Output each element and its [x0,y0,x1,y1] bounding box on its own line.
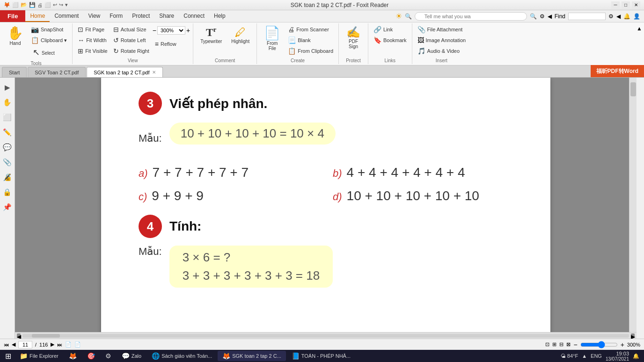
pin-tool-button[interactable]: 📌 [1,201,14,213]
select-tool-button[interactable]: ⬜ [1,111,14,123]
zoom-out-bar-btn[interactable]: − [573,341,577,348]
bookmark-button[interactable]: 🔖 Bookmark [371,35,409,45]
comment-tool-button[interactable]: 💬 [1,141,14,153]
quick-access-print[interactable]: 🖨 [37,2,43,8]
search-bar-expand[interactable]: ◀ [548,13,552,20]
tab-start[interactable]: Start [2,67,27,77]
start-button[interactable]: ⊞ [2,351,14,361]
nav-arrow-button[interactable]: ▶ [1,81,14,94]
menu-comment[interactable]: Comment [50,10,83,22]
page-layout-icon2[interactable]: 📄 [74,341,81,348]
fit-width-button[interactable]: ↔ Fit Width [75,35,110,45]
next-page-btn[interactable]: ▶ [51,341,54,348]
pdf-convert-widget[interactable]: 福昕PDF转Word [591,65,644,77]
ribbon-collapse-btn[interactable]: ▲ [635,23,644,64]
find-input[interactable] [568,13,606,20]
tab-sgk[interactable]: SGK toan 2 tap 2 CT.pdf ✕ [87,67,163,77]
reflow-button[interactable]: ≡ Reflow [153,39,190,49]
zoom-in-bar-btn[interactable]: + [621,341,624,348]
menu-file[interactable]: File [0,10,25,22]
edit-tool-button[interactable]: ✏️ [1,126,14,138]
attach-tool-button[interactable]: 📎 [1,156,14,168]
actual-size-button[interactable]: ⊟ Actual Size [111,24,152,35]
page-layout-icon1[interactable]: 📄 [65,341,72,348]
menu-view[interactable]: View [83,10,105,22]
quick-access-open[interactable]: 📂 [21,2,27,8]
snapshot-button[interactable]: 📷 SnapShot [29,24,69,35]
taskbar-foxit2[interactable]: 🦊 SGK toan 2 tap 2 C... [218,351,286,361]
prev-page-btn[interactable]: ◀ [12,341,15,348]
scroll-right-btn[interactable]: ▶ [631,333,635,338]
fit-visible-button[interactable]: ⊞ Fit Visible [75,46,110,56]
view-icon1[interactable]: ⊡ [545,341,549,348]
quick-access-new[interactable]: ⬜ [12,2,19,8]
link-button[interactable]: 🔗 Link [371,24,409,35]
undo-btn[interactable]: ↩ [53,2,57,8]
stamp-tool-button[interactable]: 🔏 [1,171,14,183]
settings-icon[interactable]: ⚙ [540,13,545,20]
taskbar-app3[interactable]: 🎯 [82,351,100,361]
menu-share[interactable]: Share [154,10,179,22]
zoom-slider[interactable] [580,341,618,348]
hand-button[interactable]: ✋ Hand [3,24,28,48]
page-number-input[interactable] [18,341,32,348]
typewriter-button[interactable]: Tr Typewriter [196,24,226,46]
blank-button[interactable]: 📃 Blank [285,35,336,45]
quick-access-save[interactable]: 💾 [29,2,36,8]
from-clipboard-button[interactable]: 📋 From Clipboard [285,46,336,56]
audio-video-button[interactable]: 🎵 Audio & Video [415,46,468,56]
zoom-out-icon[interactable]: − [153,27,156,34]
from-file-button[interactable]: 📄 FromFile [260,24,285,53]
close-button[interactable]: ✕ [632,1,640,9]
scrollbar-thumb[interactable] [630,82,636,96]
taskbar-chrome[interactable]: 🌐 Sách giáo viên Toán... [147,351,217,361]
account-icon[interactable]: 👤 [633,13,640,20]
menu-home[interactable]: Home [25,10,50,22]
quick-access-more[interactable]: ⬜ [44,2,51,8]
tell-me-input[interactable] [415,12,527,21]
chevron-up-icon[interactable]: ▲ [582,353,587,359]
menu-connect[interactable]: Connect [179,10,209,22]
notification-icon[interactable]: 🔔 [623,13,630,20]
lang-indicator[interactable]: ENG [591,353,602,359]
tab-close-icon[interactable]: ✕ [152,70,156,75]
select-button[interactable]: ↖ Select [29,46,69,60]
menu-help[interactable]: Help [209,10,230,22]
taskbar-zalo[interactable]: 💬 Zalo [117,351,146,361]
highlight-button[interactable]: 🖊 Highlight [227,24,254,46]
rotate-left-button[interactable]: ↺ Rotate Left [111,35,152,45]
zoom-select[interactable]: 300% 200% 150% 100% 75% [157,26,185,35]
first-page-btn[interactable]: ⏮ [4,342,9,348]
view-icon3[interactable]: ⊟ [559,341,564,348]
fit-page-button[interactable]: ⊡ Fit Page [75,24,110,35]
clipboard-button[interactable]: 📋 Clipboard ▾ [29,35,69,45]
scroll-left-btn[interactable]: ◀ [17,333,21,338]
taskbar-app4[interactable]: ⚙ [101,351,116,361]
vertical-scrollbar[interactable] [629,78,637,339]
pdf-sign-button[interactable]: ✍ PDFSign [342,24,365,51]
menu-form[interactable]: Form [105,10,127,22]
view-icon4[interactable]: ⊠ [566,341,571,348]
last-page-btn[interactable]: ⏭ [57,342,62,348]
horizontal-thumb[interactable] [32,334,60,338]
clock[interactable]: 19:03 13/07/2021 [606,351,629,362]
maximize-button[interactable]: □ [622,1,630,9]
search-submit-icon[interactable]: 🔍 [530,13,537,20]
taskbar-foxit[interactable]: 🦊 [64,351,81,361]
menu-protect[interactable]: Protect [127,10,154,22]
taskbar-word[interactable]: 📘 TOÁN - PHÉP NHÂ... [287,351,355,361]
tab-sgv[interactable]: SGV Toan 2 CT.pdf [28,67,86,77]
rotate-right-button[interactable]: ↻ Rotate Right [111,46,152,56]
lock-tool-button[interactable]: 🔒 [1,186,14,198]
hand-tool-button[interactable]: ✋ [1,96,14,109]
taskbar-file-explorer[interactable]: 📁 File Explorer [15,351,63,361]
minimize-button[interactable]: ─ [611,1,620,9]
file-attachment-button[interactable]: 📎 File Attachment [415,24,468,35]
view-icon2[interactable]: ⊞ [552,341,556,348]
zoom-in-icon[interactable]: + [186,27,190,34]
find-prev-icon[interactable]: ◀ [616,13,621,20]
image-annotation-button[interactable]: 🖼 Image Annotation [415,35,468,45]
find-options-icon[interactable]: ⚙ [608,13,614,20]
horizontal-scrollbar[interactable]: ◀ ▶ [15,332,637,339]
from-scanner-button[interactable]: 🖨 From Scanner [285,24,336,35]
